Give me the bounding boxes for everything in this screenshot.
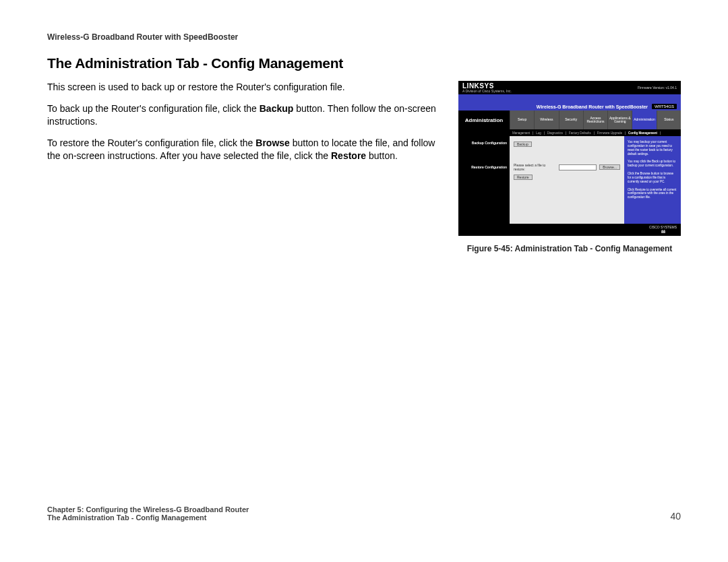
tab-applications-gaming[interactable]: Applications & Gaming	[607, 111, 632, 129]
backup-button[interactable]: Backup	[514, 142, 532, 147]
tab-security[interactable]: Security	[559, 111, 583, 129]
restore-button[interactable]: Restore	[514, 175, 533, 180]
firmware-version: Firmware Version: v1.04.1	[638, 86, 677, 90]
tab-setup[interactable]: Setup	[510, 111, 534, 129]
subtab-strip: Management Log Diagnostics Factory Defau…	[458, 129, 681, 136]
figure-caption: Figure 5-45: Administration Tab - Config…	[458, 244, 681, 253]
subtab-diagnostics[interactable]: Diagnostics	[545, 131, 566, 135]
paragraph-3: To restore the Router's configuration fi…	[47, 137, 438, 163]
tab-administration[interactable]: Administration	[632, 111, 656, 129]
section-restore: Restore Configuration	[458, 152, 510, 176]
tab-wireless[interactable]: Wireless	[534, 111, 558, 129]
router-title: Wireless-G Broadband Router with SpeedBo…	[537, 104, 648, 109]
router-screenshot: LINKSYS A Division of Cisco Systems, Inc…	[458, 81, 681, 236]
footer-section: The Administration Tab - Config Manageme…	[47, 513, 249, 522]
footer-chapter: Chapter 5: Configuring the Wireless-G Br…	[47, 505, 249, 513]
footer-left: Chapter 5: Configuring the Wireless-G Br…	[47, 505, 249, 522]
running-header: Wireless-G Broadband Router with SpeedBo…	[47, 32, 681, 42]
subtab-log[interactable]: Log	[533, 131, 545, 135]
restore-label: Please select a file to restore:	[514, 163, 556, 171]
paragraph-2: To back up the Router's configuration fi…	[47, 102, 438, 129]
subtab-factory-defaults[interactable]: Factory Defaults	[566, 131, 595, 135]
router-sublogo: A Division of Cisco Systems, Inc.	[462, 89, 512, 93]
tab-access-restrictions[interactable]: Access Restrictions	[583, 111, 607, 129]
tab-section-label: Administration	[458, 111, 510, 129]
help-panel: You may backup your current configuratio…	[624, 136, 681, 224]
cisco-logo: CISCO SYSTEMS	[649, 226, 677, 235]
section-title: The Administration Tab - Config Manageme…	[47, 55, 681, 71]
section-backup: Backup Configuration	[458, 139, 510, 152]
subtab-management[interactable]: Management	[510, 131, 533, 135]
browse-button[interactable]: Browse...	[599, 164, 620, 170]
body-text: This screen is used to back up or restor…	[47, 81, 438, 171]
subtab-firmware-upgrade[interactable]: Firmware Upgrade	[595, 131, 626, 135]
restore-file-field[interactable]	[559, 164, 597, 170]
page-number: 40	[670, 511, 681, 522]
router-model: WRT54GS	[652, 104, 677, 109]
paragraph-1: This screen is used to back up or restor…	[47, 81, 438, 94]
subtab-config-management[interactable]: Config Management	[626, 131, 661, 135]
tab-status[interactable]: Status	[657, 111, 681, 129]
